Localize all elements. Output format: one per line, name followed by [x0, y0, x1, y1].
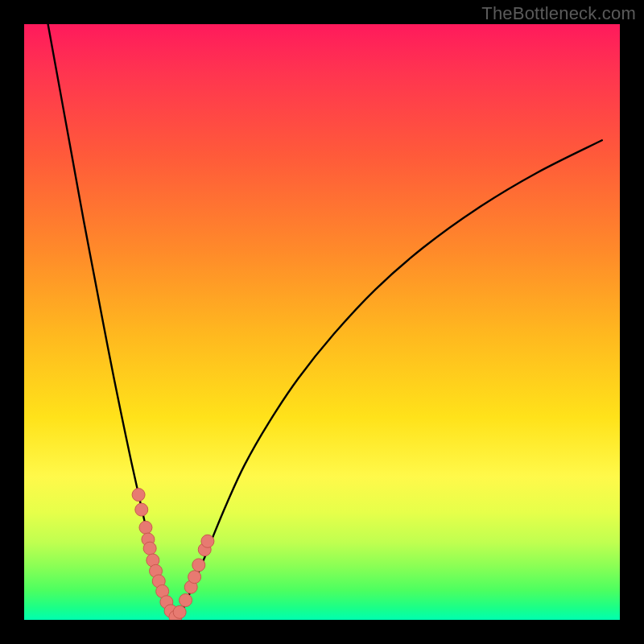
- chart-svg: [24, 24, 620, 620]
- curve-dot: [139, 521, 152, 534]
- curve-dot: [192, 559, 205, 572]
- chart-frame: TheBottleneck.com: [0, 0, 644, 644]
- curve-dot: [188, 571, 201, 584]
- curve-dot: [180, 594, 192, 607]
- curve-dot: [135, 503, 148, 516]
- curve-dot: [143, 542, 156, 555]
- curve-dot: [201, 535, 214, 547]
- watermark-text: TheBottleneck.com: [481, 3, 636, 24]
- curve-left-branch: [48, 24, 175, 619]
- curve-dot-markers: [132, 489, 214, 620]
- curve-dot: [132, 489, 145, 502]
- chart-plot-area: [24, 24, 620, 620]
- curve-right-branch: [176, 140, 602, 619]
- curve-dot: [173, 605, 186, 618]
